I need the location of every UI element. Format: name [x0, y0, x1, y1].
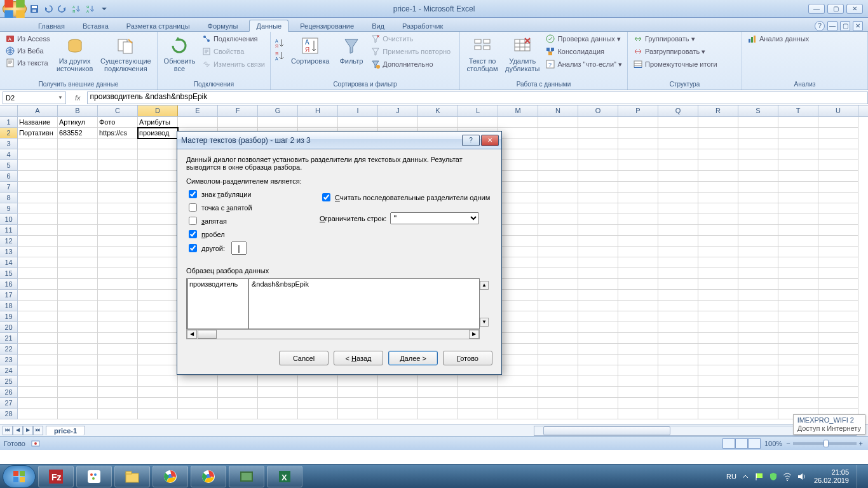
cell[interactable]	[18, 257, 58, 268]
cell[interactable]	[738, 236, 778, 247]
sort-button[interactable]: АЯ Сортировка	[287, 33, 333, 67]
cell[interactable]	[138, 311, 178, 322]
cell[interactable]	[618, 117, 658, 128]
cell[interactable]	[18, 182, 58, 193]
cell[interactable]	[698, 290, 738, 301]
cell[interactable]	[698, 203, 738, 214]
cell[interactable]	[658, 290, 698, 301]
cell[interactable]	[498, 355, 538, 365]
sheet-nav-next[interactable]: ▶	[23, 426, 33, 435]
cell[interactable]	[618, 376, 658, 387]
cell[interactable]	[618, 279, 658, 290]
cell[interactable]	[738, 139, 778, 149]
cell[interactable]	[658, 409, 698, 419]
col-header[interactable]: O	[578, 105, 618, 116]
cell[interactable]	[458, 387, 498, 398]
cell[interactable]	[738, 344, 778, 355]
dialog-help-button[interactable]: ?	[462, 135, 480, 146]
cell[interactable]	[98, 398, 138, 409]
cell[interactable]: Название	[18, 117, 58, 128]
show-desktop-button[interactable]	[857, 465, 864, 488]
page-break-view-button[interactable]	[748, 438, 761, 449]
row-header[interactable]: 19	[0, 311, 18, 322]
cell[interactable]	[498, 203, 538, 214]
cell[interactable]	[698, 117, 738, 128]
cell[interactable]	[778, 128, 818, 139]
cell[interactable]	[778, 236, 818, 247]
cell[interactable]	[698, 355, 738, 365]
cell[interactable]	[378, 376, 418, 387]
cell[interactable]	[58, 311, 98, 322]
cell[interactable]	[18, 301, 58, 311]
cell[interactable]	[538, 247, 578, 257]
cell[interactable]	[618, 247, 658, 257]
cell[interactable]	[138, 182, 178, 193]
row-header[interactable]: 27	[0, 398, 18, 409]
cell[interactable]	[578, 301, 618, 311]
cell[interactable]	[218, 117, 258, 128]
sheet-nav-last[interactable]: ⏭	[33, 426, 43, 435]
cell[interactable]	[658, 355, 698, 365]
text-to-columns-button[interactable]: Текст по столбцам	[464, 33, 501, 75]
cell[interactable]	[498, 182, 538, 193]
cell[interactable]	[618, 214, 658, 225]
cell[interactable]	[458, 117, 498, 128]
col-header[interactable]: P	[618, 105, 658, 116]
cell[interactable]	[698, 128, 738, 139]
cell[interactable]	[498, 290, 538, 301]
cell[interactable]	[578, 333, 618, 344]
cell[interactable]	[698, 365, 738, 376]
cell[interactable]	[778, 279, 818, 290]
cell[interactable]	[578, 139, 618, 149]
cell[interactable]	[138, 203, 178, 214]
cell[interactable]	[778, 160, 818, 171]
cell[interactable]	[18, 376, 58, 387]
cell[interactable]	[658, 257, 698, 268]
back-button[interactable]: < Назад	[334, 351, 383, 365]
delimiter-semicolon[interactable]: точка с запятой	[186, 201, 313, 214]
cell[interactable]	[58, 355, 98, 365]
cell[interactable]	[98, 182, 138, 193]
row-header[interactable]: 25	[0, 376, 18, 387]
cell[interactable]	[778, 247, 818, 257]
cell[interactable]	[138, 301, 178, 311]
cell[interactable]	[98, 214, 138, 225]
cell[interactable]	[538, 117, 578, 128]
sheet-nav-prev[interactable]: ◀	[13, 426, 23, 435]
cell[interactable]	[618, 139, 658, 149]
cell[interactable]	[58, 301, 98, 311]
cell[interactable]	[658, 128, 698, 139]
cell[interactable]	[138, 290, 178, 301]
cell[interactable]	[538, 193, 578, 203]
cell[interactable]	[738, 376, 778, 387]
cell[interactable]	[18, 268, 58, 279]
cell[interactable]	[58, 365, 98, 376]
cell[interactable]	[698, 225, 738, 236]
cell[interactable]	[98, 355, 138, 365]
cell[interactable]	[818, 214, 858, 225]
cell[interactable]	[498, 171, 538, 182]
cell[interactable]	[618, 290, 658, 301]
cell[interactable]	[578, 355, 618, 365]
cell[interactable]	[738, 268, 778, 279]
cell[interactable]	[18, 333, 58, 344]
col-header[interactable]: U	[818, 105, 858, 116]
advanced-filter-button[interactable]: Дополнительно	[369, 58, 452, 70]
cell[interactable]	[738, 322, 778, 333]
cell[interactable]	[658, 193, 698, 203]
cell[interactable]	[618, 149, 658, 160]
cell[interactable]	[618, 301, 658, 311]
cell[interactable]	[58, 279, 98, 290]
cell[interactable]	[578, 409, 618, 419]
cell[interactable]	[738, 193, 778, 203]
scroll-up-icon[interactable]: ▲	[480, 281, 489, 290]
cell[interactable]	[618, 225, 658, 236]
cell[interactable]	[98, 171, 138, 182]
cell[interactable]	[698, 193, 738, 203]
cell[interactable]	[578, 322, 618, 333]
cell[interactable]	[538, 149, 578, 160]
cell[interactable]: Фото	[98, 117, 138, 128]
taskbar-filezilla[interactable]: Fz	[38, 466, 74, 487]
col-header[interactable]: Q	[658, 105, 698, 116]
cell[interactable]	[138, 365, 178, 376]
